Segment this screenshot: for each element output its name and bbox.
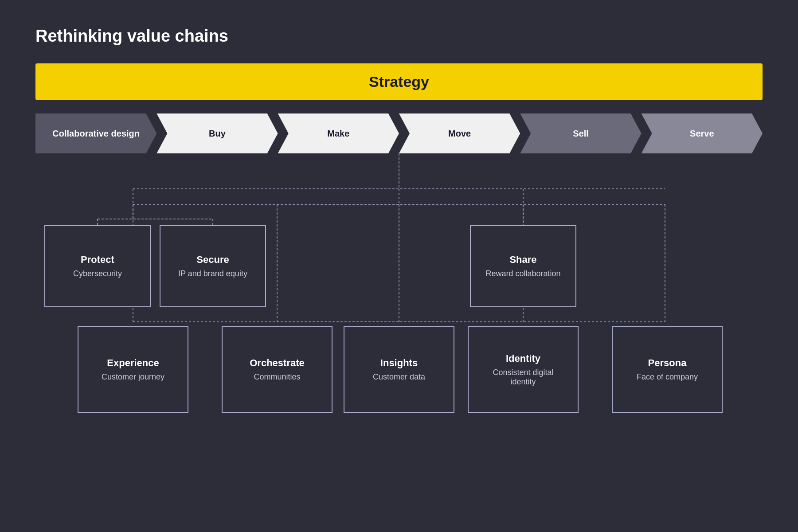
card-experience: Experience Customer journey <box>78 326 188 413</box>
arrow-sell: Sell <box>520 113 641 153</box>
strategy-bar: Strategy <box>35 63 763 100</box>
diagram-area: Protect Cybersecurity Secure IP and bran… <box>35 153 763 455</box>
arrow-collaborative-design: Collaborative design <box>35 113 156 153</box>
card-share: Share Reward collaboration <box>470 225 576 307</box>
arrow-serve: Serve <box>642 113 763 153</box>
arrow-chain: Collaborative design Buy Make Move Sell … <box>35 113 763 153</box>
card-insights: Insights Customer data <box>344 326 454 413</box>
arrow-move: Move <box>399 113 520 153</box>
card-protect: Protect Cybersecurity <box>44 225 151 307</box>
arrow-buy: Buy <box>156 113 278 153</box>
page-container: Rethinking value chains Strategy Collabo… <box>0 0 798 532</box>
page-title: Rethinking value chains <box>35 27 763 46</box>
card-identity: Identity Consistent digital identity <box>468 326 579 413</box>
card-orchestrate: Orchestrate Communities <box>222 326 332 413</box>
card-persona: Persona Face of company <box>612 326 723 413</box>
arrow-make: Make <box>278 113 399 153</box>
card-secure: Secure IP and brand equity <box>160 225 266 307</box>
